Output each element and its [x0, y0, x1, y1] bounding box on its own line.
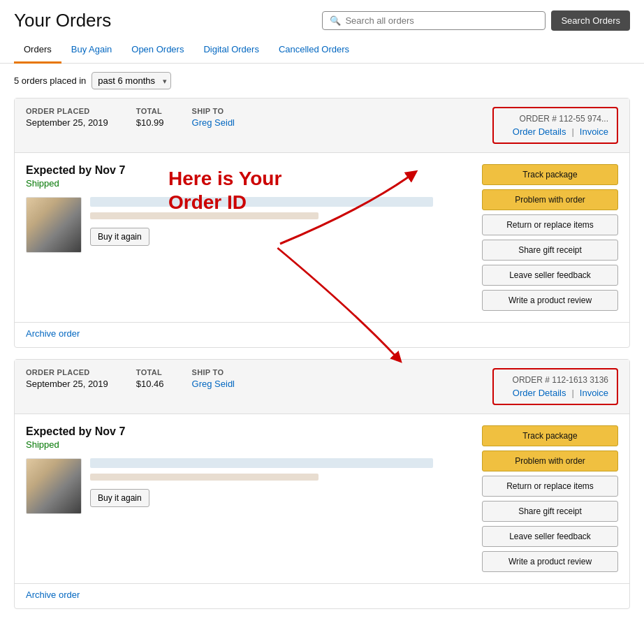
- order-shipto-col-2: SHIP TO Greg Seidl: [192, 368, 235, 389]
- order-details-link-1[interactable]: Order Details: [513, 126, 566, 137]
- search-area: 🔍 Search Orders: [322, 10, 630, 31]
- product-image-2: [26, 458, 82, 514]
- product-row-1: Buy it again: [26, 197, 471, 253]
- order-shipto-link-1[interactable]: Greg Seidl: [192, 117, 235, 128]
- order-total-value-2: $10.46: [136, 379, 164, 389]
- order-shipto-label-1: SHIP TO: [192, 107, 235, 115]
- product-title-bar-1: [90, 197, 433, 207]
- order-placed-label-1: ORDER PLACED: [26, 107, 108, 115]
- order-id-links-2: Order Details | Invoice: [502, 388, 608, 398]
- order-meta-group-1: ORDER PLACED September 25, 2019 TOTAL $1…: [26, 107, 492, 128]
- order-id-text-2: ORDER # 112-1613 3136: [502, 375, 608, 385]
- order-placed-col-2: ORDER PLACED September 25, 2019: [26, 368, 108, 389]
- buy-again-button-1[interactable]: Buy it again: [90, 228, 149, 246]
- order-body-2: Expected by Nov 7 Shipped Buy it again T…: [15, 414, 629, 583]
- order-shipto-col-1: SHIP TO Greg Seidl: [192, 107, 235, 128]
- problem-with-order-button-1[interactable]: Problem with order: [482, 189, 618, 210]
- tab-orders[interactable]: Orders: [14, 37, 61, 64]
- tabs-bar: Orders Buy Again Open Orders Digital Ord…: [0, 37, 644, 64]
- orders-filter-bar: 5 orders placed in past 6 months past 3 …: [0, 64, 644, 98]
- order-total-label-1: TOTAL: [136, 107, 164, 115]
- order-total-label-2: TOTAL: [136, 368, 164, 376]
- order-placed-date-1: September 25, 2019: [26, 117, 108, 128]
- product-info-2: Buy it again: [90, 458, 471, 507]
- return-replace-button-1[interactable]: Return or replace items: [482, 214, 618, 235]
- page-title: Your Orders: [14, 10, 111, 31]
- orders-count: 5 orders placed in: [14, 75, 86, 86]
- tab-cancelled-orders[interactable]: Cancelled Orders: [269, 37, 359, 64]
- order-card-1: ORDER PLACED September 25, 2019 TOTAL $1…: [14, 98, 630, 348]
- problem-with-order-button-2[interactable]: Problem with order: [482, 451, 618, 471]
- product-detail-bar-1: [90, 212, 319, 219]
- order-placed-date-2: September 25, 2019: [26, 379, 108, 389]
- write-product-review-button-2[interactable]: Write a product review: [482, 551, 618, 572]
- order-card-2: ORDER PLACED September 25, 2019 TOTAL $1…: [14, 359, 630, 609]
- order-invoice-link-2[interactable]: Invoice: [580, 388, 608, 398]
- order-id-text-1: ORDER # 112-55 974...: [502, 114, 608, 124]
- product-title-bar-2: [90, 458, 433, 468]
- order-shipto-link-2[interactable]: Greg Seidl: [192, 379, 235, 389]
- order-header-1: ORDER PLACED September 25, 2019 TOTAL $1…: [15, 98, 629, 153]
- leave-seller-feedback-button-2[interactable]: Leave seller feedback: [482, 526, 618, 547]
- order-invoice-link-1[interactable]: Invoice: [580, 126, 608, 137]
- order-shipto-label-2: SHIP TO: [192, 368, 235, 376]
- write-product-review-button-1[interactable]: Write a product review: [482, 290, 618, 311]
- product-image-1: [26, 197, 82, 253]
- period-select-wrapper: past 6 months past 3 months past year: [92, 72, 171, 89]
- share-gift-receipt-button-2[interactable]: Share gift receipt: [482, 501, 618, 522]
- shipped-status-1: Shipped: [26, 178, 471, 189]
- order-placed-col-1: ORDER PLACED September 25, 2019: [26, 107, 108, 128]
- order-total-col-2: TOTAL $10.46: [136, 368, 164, 389]
- product-row-2: Buy it again: [26, 458, 471, 514]
- order-meta-group-2: ORDER PLACED September 25, 2019 TOTAL $1…: [26, 368, 492, 389]
- order-header-2: ORDER PLACED September 25, 2019 TOTAL $1…: [15, 360, 629, 414]
- archive-link-1[interactable]: Archive order: [26, 328, 80, 339]
- order-left-1: Expected by Nov 7 Shipped Buy it again: [26, 164, 471, 311]
- order-left-2: Expected by Nov 7 Shipped Buy it again: [26, 425, 471, 572]
- order-placed-label-2: ORDER PLACED: [26, 368, 108, 376]
- product-info-1: Buy it again: [90, 197, 471, 246]
- shipped-status-2: Shipped: [26, 439, 471, 450]
- order-id-links-1: Order Details | Invoice: [502, 126, 608, 137]
- expected-date-1: Expected by Nov 7: [26, 164, 471, 177]
- search-input[interactable]: [345, 15, 538, 26]
- buy-again-button-2[interactable]: Buy it again: [90, 489, 149, 507]
- leave-seller-feedback-button-1[interactable]: Leave seller feedback: [482, 265, 618, 286]
- tab-open-orders[interactable]: Open Orders: [122, 37, 193, 64]
- period-select[interactable]: past 6 months past 3 months past year: [92, 72, 171, 89]
- order-actions-2: Track package Problem with order Return …: [482, 425, 618, 572]
- order-id-divider-2: |: [571, 388, 573, 398]
- page-header: Your Orders 🔍 Search Orders: [0, 0, 644, 37]
- return-replace-button-2[interactable]: Return or replace items: [482, 476, 618, 497]
- tab-digital-orders[interactable]: Digital Orders: [193, 37, 268, 64]
- order-id-box-1: ORDER # 112-55 974... Order Details | In…: [492, 107, 618, 144]
- share-gift-receipt-button-1[interactable]: Share gift receipt: [482, 240, 618, 261]
- archive-link-2[interactable]: Archive order: [26, 590, 80, 600]
- tab-buy-again[interactable]: Buy Again: [61, 37, 122, 64]
- track-package-button-1[interactable]: Track package: [482, 164, 618, 185]
- order-id-box-2: ORDER # 112-1613 3136 Order Details | In…: [492, 368, 618, 405]
- order-total-col-1: TOTAL $10.99: [136, 107, 164, 128]
- archive-link-row-2: Archive order: [15, 583, 629, 608]
- product-detail-bar-2: [90, 474, 319, 481]
- order-body-1: Expected by Nov 7 Shipped Buy it again H…: [15, 153, 629, 322]
- order-total-value-1: $10.99: [136, 117, 164, 128]
- track-package-button-2[interactable]: Track package: [482, 425, 618, 446]
- order-actions-1: Track package Problem with order Return …: [482, 164, 618, 311]
- search-box: 🔍: [322, 11, 546, 30]
- archive-link-row-1: Archive order: [15, 322, 629, 347]
- search-button[interactable]: Search Orders: [551, 10, 630, 31]
- search-icon: 🔍: [330, 15, 341, 26]
- order-id-divider-1: |: [571, 126, 573, 137]
- expected-date-2: Expected by Nov 7: [26, 425, 471, 438]
- order-details-link-2[interactable]: Order Details: [513, 388, 566, 398]
